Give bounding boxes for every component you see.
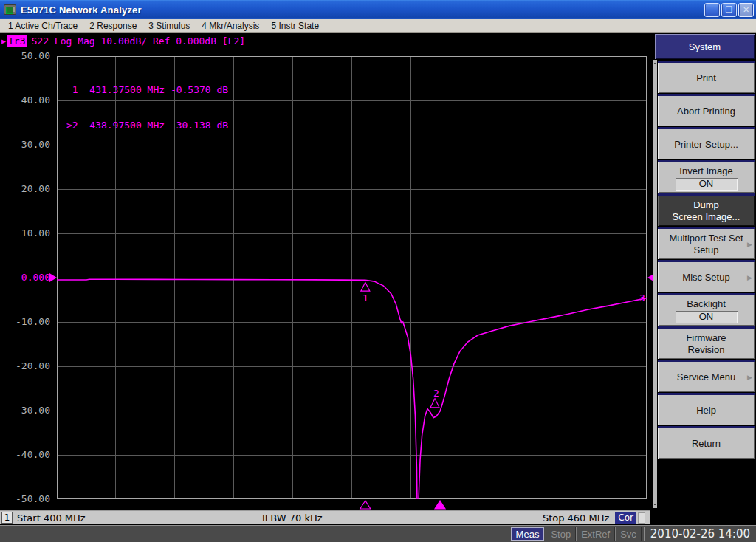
softkey-abort-printing[interactable]: Abort Printing [658, 94, 755, 126]
status-bar: MeasStopExtRefSvc 2010-02-26 14:00 [0, 525, 756, 542]
softkey-invert-image[interactable]: Invert ImageON [658, 160, 755, 193]
instrument-screen: ▶ Tr3 S22 Log Mag 10.00dB/ Ref 0.000dB [… [0, 33, 653, 525]
softkey-scroll-strip[interactable] [653, 60, 657, 508]
softkey-label: Misc Setup [682, 272, 729, 284]
softkey-toggle-state: ON [676, 311, 738, 323]
softkey-service-menu[interactable]: Service Menu▶ [658, 360, 755, 392]
stop-frequency-label: Stop 460 MHz [543, 512, 609, 524]
softkey-list: PrintAbort PrintingPrinter Setup...Inver… [658, 61, 755, 459]
softkey-firmware-revision[interactable]: FirmwareRevision [658, 326, 755, 359]
svg-text:1: 1 [362, 292, 368, 303]
softkey-return[interactable]: Return [658, 426, 755, 459]
softkey-label: Help [696, 405, 716, 416]
menu-5-instr-state[interactable]: 5 Instr State [265, 20, 325, 32]
e5071c-window: E5071C Network Analyzer − ❐ ✕ 1 Active C… [0, 0, 756, 542]
y-tick-50-00: -50.00 [0, 493, 50, 504]
softkey-printer-setup[interactable]: Printer Setup... [658, 127, 755, 159]
softkey-toggle-state: ON [676, 178, 738, 191]
y-tick-40-00: 40.00 [0, 95, 50, 106]
submenu-arrow-icon: ▶ [747, 239, 752, 250]
status-meas: Meas [511, 527, 545, 541]
softkey-dump-screen-image[interactable]: DumpScreen Image... [658, 193, 755, 226]
softkey-print[interactable]: Print [658, 61, 755, 93]
ifbw-label: IFBW 70 kHz [262, 512, 323, 524]
restore-button[interactable]: ❐ [721, 3, 737, 17]
ref-level-triangle-left-icon [49, 273, 57, 282]
menu-1-active-ch-trace[interactable]: 1 Active Ch/Trace [2, 20, 83, 32]
y-tick-10-00: -10.00 [0, 316, 50, 327]
softkey-label: Service Menu [677, 371, 735, 383]
marker-1-icon [361, 282, 370, 291]
close-button[interactable]: ✕ [738, 3, 754, 17]
menu-bar: 1 Active Ch/Trace2 Response3 Stimulus4 M… [0, 19, 756, 33]
y-axis-labels: 50.0040.0030.0020.0010.000.000-10.00-20.… [0, 33, 53, 525]
main-area: ▶ Tr3 S22 Log Mag 10.00dB/ Ref 0.000dB [… [0, 33, 756, 525]
softkey-label: Return [692, 438, 721, 450]
stimulus-marker-strip [57, 500, 647, 510]
scale-bar: 1 Start 400 MHz IFBW 70 kHz Stop 460 MHz… [0, 510, 650, 524]
stimulus-marker-2-icon [435, 501, 445, 509]
softkey-menu-title: System [655, 34, 755, 59]
softkey-label: Invert Image [679, 165, 732, 177]
status-stop: Stop [546, 527, 576, 541]
stimulus-marker-1-icon [360, 501, 371, 509]
softkey-label: Firmware [686, 332, 726, 344]
status-extref: ExtRef [576, 527, 615, 541]
window-title: E5071C Network Analyzer [21, 4, 703, 16]
softkey-label: Print [696, 72, 716, 84]
y-tick-20-00: -20.00 [0, 360, 50, 371]
softkey-label: Printer Setup... [674, 139, 738, 151]
submenu-arrow-icon: ▶ [747, 272, 752, 284]
scalebar-blank-box [638, 512, 645, 524]
marker1-readout: 1 431.37500 MHz -0.5370 dB [66, 84, 228, 96]
menu-2-response[interactable]: 2 Response [83, 20, 142, 32]
channel-number-box[interactable]: 1 [1, 512, 13, 524]
clock: 2010-02-26 14:00 [644, 527, 753, 541]
softkey-sidebar: System PrintAbort PrintingPrinter Setup.… [653, 33, 756, 525]
menu-3-stimulus[interactable]: 3 Stimulus [142, 20, 196, 32]
trace-detail: S22 Log Mag 10.00dB/ Ref 0.000dB [F2] [32, 35, 246, 47]
status-svc: Svc [615, 527, 642, 541]
softkey-backlight[interactable]: BacklightON [658, 293, 755, 326]
softkey-label: Abort Printing [677, 106, 735, 117]
y-tick-0-000: 0.000 [0, 272, 50, 283]
softkey-label-line2: Screen Image... [673, 211, 740, 223]
softkey-help[interactable]: Help [658, 393, 755, 425]
y-tick-20-00: 20.00 [0, 183, 50, 194]
softkey-label: Backlight [687, 298, 726, 310]
softkey-label: Dump [693, 199, 719, 211]
menu-4-mkr-analysis[interactable]: 4 Mkr/Analysis [196, 20, 265, 32]
app-icon [4, 4, 16, 15]
softkey-multiport-test-set-setup[interactable]: Multiport Test SetSetup▶ [658, 227, 755, 259]
correction-status-badge: Cor [615, 512, 636, 524]
softkey-label: Multiport Test Set [669, 233, 743, 244]
y-tick-50-00: 50.00 [0, 50, 50, 61]
start-frequency-label: Start 400 MHz [17, 512, 86, 524]
y-tick-10-00: 10.00 [0, 227, 50, 239]
trace-number-label: 3 [639, 292, 645, 303]
y-tick-30-00: -30.00 [0, 405, 50, 416]
minimize-button[interactable]: − [704, 3, 720, 17]
svg-text:2: 2 [433, 388, 439, 399]
marker-2-icon [430, 399, 439, 408]
submenu-arrow-icon: ▶ [747, 371, 752, 383]
softkey-label-line2: Setup [694, 244, 719, 256]
marker-readout: 1 431.37500 MHz -0.5370 dB >2 438.97500 … [66, 61, 228, 155]
marker2-readout: >2 438.97500 MHz -30.138 dB [66, 120, 228, 131]
y-tick-30-00: 30.00 [0, 139, 50, 150]
title-bar: E5071C Network Analyzer − ❐ ✕ [0, 0, 756, 19]
y-tick-40-00: -40.00 [0, 449, 50, 460]
softkey-misc-setup[interactable]: Misc Setup▶ [658, 260, 755, 292]
softkey-label-line2: Revision [688, 344, 725, 356]
